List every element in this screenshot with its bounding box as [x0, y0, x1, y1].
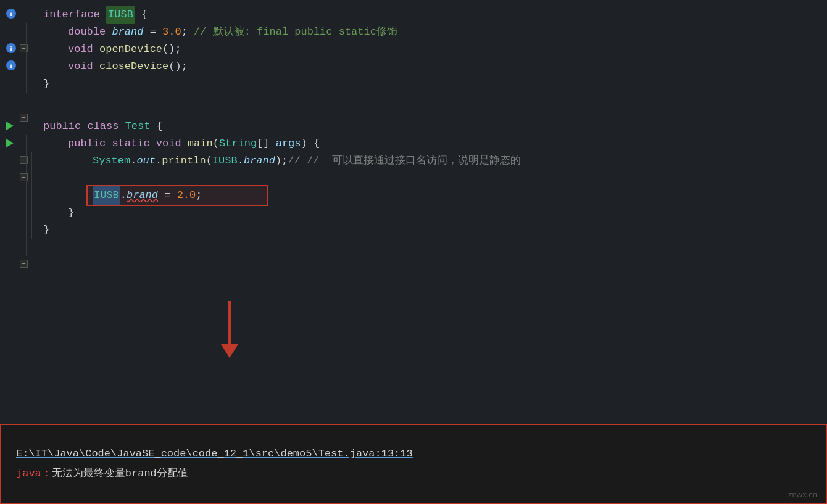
comment-1: // 默认被: final public static修饰	[194, 23, 397, 41]
red-box-highlight	[86, 185, 268, 206]
kw-class: class	[87, 118, 125, 135]
info-icon-1: i	[6, 9, 16, 19]
method-close: closeDevice	[99, 58, 168, 75]
error-filepath: E:\IT\Java\Code\JavaSE_code\code_12_1\sr…	[16, 448, 811, 460]
code-line-8: − public class Test {	[37, 118, 827, 135]
iusb-highlight: IUSB	[106, 6, 135, 24]
num-3: 3.0	[162, 23, 181, 41]
arrow-container	[221, 301, 238, 363]
comment-2: // // 可以直接通过接口名访问，说明是静态的	[288, 152, 520, 170]
kw-double: double	[68, 23, 112, 41]
info-icon-4: i	[6, 60, 16, 70]
arrow-head	[221, 344, 238, 358]
info-icon-3: i	[6, 43, 16, 53]
code-line-9: − public static void main(String[] args)…	[37, 135, 827, 152]
collapse-icon-9[interactable]: −	[20, 139, 70, 216]
error-prefix: java：	[16, 468, 52, 479]
code-content: i − interface IUSB { double brand = 3.0;…	[37, 0, 827, 245]
class-name: Test	[125, 118, 151, 135]
code-line-1: i − interface IUSB {	[37, 6, 827, 23]
brand-var: brand	[112, 23, 143, 41]
location-text: :13:13	[375, 448, 413, 460]
arrow-line	[228, 301, 231, 344]
code-line-14: − }	[37, 221, 827, 239]
code-line-10: System.out.println(IUSB.brand);// // 可以直…	[37, 152, 827, 170]
kw-public-2: public	[68, 135, 112, 152]
code-line-5: − }	[37, 75, 827, 93]
println-method: println	[162, 152, 206, 170]
param-args: args	[276, 135, 301, 152]
kw-void-1: void	[68, 41, 99, 58]
plain-brace: {	[135, 6, 148, 23]
kw-static: static	[112, 135, 156, 152]
collapse-icon-14[interactable]: −	[20, 225, 70, 302]
run-icon-9[interactable]	[6, 139, 14, 147]
code-separator	[37, 114, 827, 114]
method-main: main	[188, 135, 213, 152]
code-line-empty-1	[37, 93, 827, 110]
kw-void-2: void	[68, 58, 99, 75]
editor-area: i − interface IUSB { double brand = 3.0;…	[0, 0, 827, 401]
code-line-3: i void openDevice();	[37, 41, 827, 58]
filepath-text: E:\IT\Java\Code\JavaSE_code\code_12_1\sr…	[16, 448, 375, 460]
code-line-12: IUSB.brand = 2.0;	[37, 187, 827, 204]
error-panel: E:\IT\Java\Code\JavaSE_code\code_12_1\sr…	[0, 424, 827, 504]
iusb-ref-1: IUSB	[212, 152, 238, 170]
kw-void-main: void	[156, 135, 188, 152]
type-string: String	[219, 135, 257, 152]
code-line-empty-2	[37, 170, 827, 187]
watermark: znwx.cn	[788, 490, 817, 499]
error-message: java：无法为最终变量brand分配值	[16, 466, 811, 480]
method-open: openDevice	[99, 41, 162, 58]
brand-ref-1: brand	[244, 152, 275, 170]
system-class: System	[93, 152, 130, 170]
error-body: 无法为最终变量brand分配值	[52, 468, 188, 479]
out-field: out	[136, 152, 156, 170]
code-line-2: double brand = 3.0; // 默认被: final public…	[37, 23, 827, 41]
run-icon-8[interactable]	[6, 122, 14, 130]
code-line-4: i void closeDevice();	[37, 58, 827, 75]
code-line-13: }	[37, 204, 827, 221]
